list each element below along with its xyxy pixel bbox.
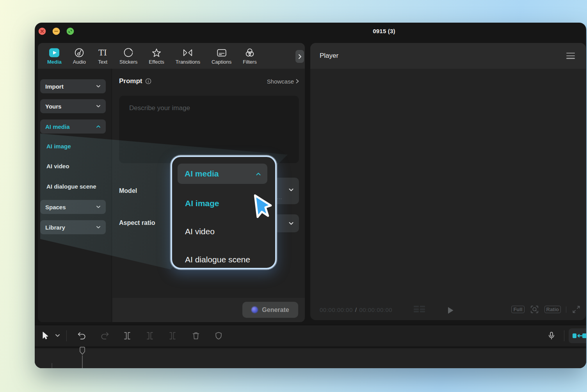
generate-label: Generate [262, 306, 289, 314]
tab-label: Filters [243, 59, 256, 65]
zoom-fit-icon[interactable] [530, 305, 539, 314]
sidebar-item-label: Library [45, 224, 65, 231]
cover-shield-icon[interactable] [213, 331, 224, 341]
player-menu-icon[interactable] [566, 53, 575, 59]
ratio-button[interactable]: Ratio [544, 306, 561, 313]
tab-label: Audio [73, 59, 86, 65]
model-label: Model [119, 187, 137, 194]
effects-star-icon [151, 47, 162, 58]
filters-icon [244, 47, 255, 58]
time-separator: / [353, 306, 359, 313]
tabbar-more-button[interactable] [295, 50, 304, 63]
sidebar-item-library[interactable]: Library [40, 220, 106, 234]
microphone-icon[interactable] [546, 331, 557, 341]
sidebar-item-import[interactable]: Import [40, 79, 106, 93]
generate-bar: Generate [112, 298, 305, 322]
split-delete-left-icon[interactable] [145, 331, 155, 341]
split-icon[interactable] [122, 331, 132, 341]
player-header: Player [310, 43, 586, 69]
preview-grid-icon[interactable] [414, 306, 425, 312]
sidebar-item-yours[interactable]: Yours [40, 99, 106, 113]
ai-gem-icon [251, 306, 258, 313]
divider [564, 330, 564, 341]
sidebar-subitem-ai-image[interactable]: AI image [46, 142, 71, 151]
chevron-right-icon [296, 79, 299, 84]
auto-attach-button[interactable] [569, 328, 586, 343]
tab-label: Captions [212, 59, 231, 65]
sidebar-item-label: Yours [45, 103, 61, 110]
audio-icon [74, 47, 85, 58]
zoom-window-button[interactable] [66, 27, 74, 35]
tab-label: Transitions [176, 59, 200, 65]
tab-stickers[interactable]: Stickers [115, 47, 142, 65]
timeline[interactable] [35, 348, 586, 368]
tab-media[interactable]: Media [43, 47, 66, 65]
chevron-down-icon [96, 85, 101, 88]
popup-option-ai-dialogue-scene[interactable]: AI dialogue scene [185, 252, 250, 267]
player-view-controls: Full Ratio [511, 305, 581, 314]
tab-transitions[interactable]: Transitions [171, 47, 205, 65]
transitions-icon [182, 47, 193, 58]
aspect-ratio-label: Aspect ratio [119, 219, 155, 226]
divider [66, 330, 67, 341]
redo-icon[interactable] [100, 331, 110, 341]
chevron-down-icon [288, 222, 294, 225]
player-panel: Player 00:00:00:00/00:00:00:00 Full Rati… [310, 43, 586, 320]
undo-icon[interactable] [77, 331, 87, 341]
sidebar-subitem-ai-dialogue-scene[interactable]: AI dialogue scene [46, 182, 96, 191]
prompt-input[interactable] [119, 96, 299, 163]
window-title: 0915 (3) [361, 28, 407, 34]
sidebar-item-ai-media[interactable]: AI media [40, 119, 106, 134]
tab-audio[interactable]: Audio [68, 47, 91, 65]
tab-label: Media [47, 59, 62, 65]
info-icon[interactable] [145, 78, 151, 84]
player-title: Player [320, 52, 338, 60]
timeline-tick [52, 363, 52, 368]
tab-filters[interactable]: Filters [238, 47, 261, 65]
playhead-line[interactable] [82, 355, 83, 368]
tab-label: Stickers [119, 59, 137, 65]
minimize-window-button[interactable] [52, 27, 60, 35]
delete-icon[interactable] [191, 331, 201, 341]
full-view-button[interactable]: Full [511, 306, 524, 313]
titlebar: 0915 (3) [35, 23, 586, 43]
ai-media-popup: AI media AI image AI video AI dialogue s… [171, 155, 277, 269]
tab-effects[interactable]: Effects [144, 47, 169, 65]
select-cursor-icon[interactable] [40, 331, 50, 341]
playhead-pin[interactable] [79, 347, 85, 356]
media-video-icon [48, 47, 60, 58]
tab-label: Effects [149, 59, 164, 65]
popup-selected-ai-media[interactable]: AI media [178, 164, 267, 184]
popup-option-ai-image[interactable]: AI image [185, 196, 219, 211]
sidebar-item-label: AI media [45, 123, 70, 130]
sidebar-subitem-ai-video[interactable]: AI video [46, 162, 69, 171]
top-tabbar: Media Audio TI Text Stickers [38, 43, 305, 69]
popup-option-ai-video[interactable]: AI video [185, 224, 215, 239]
chevron-up-icon [256, 172, 261, 176]
chevron-down-icon [96, 105, 101, 108]
generate-button[interactable]: Generate [242, 302, 298, 318]
split-delete-right-icon[interactable] [167, 331, 178, 341]
auto-attach-icon [572, 331, 586, 341]
prompt-label: Prompt [119, 77, 142, 85]
app-window: 0915 (3) Media Audio TI Text [35, 23, 586, 368]
fullscreen-icon[interactable] [571, 305, 581, 314]
model-ellipsis: ... [277, 195, 282, 200]
chevron-down-icon[interactable] [55, 334, 60, 337]
text-icon: TI [97, 47, 108, 58]
timecode: 00:00:00:00/00:00:00:00 [320, 306, 392, 313]
close-window-button[interactable] [38, 27, 46, 35]
sidebar-item-spaces[interactable]: Spaces [40, 200, 106, 214]
chevron-down-icon [288, 188, 294, 192]
edit-toolbar [35, 325, 586, 346]
svg-text:TI: TI [98, 48, 107, 57]
sidebar-item-label: Spaces [45, 204, 66, 210]
time-total: 00:00:00:00 [359, 306, 392, 313]
tab-text[interactable]: TI Text [92, 47, 113, 65]
stickers-icon [123, 47, 134, 58]
play-icon[interactable] [446, 306, 455, 315]
prompt-header: Prompt Showcase [119, 77, 299, 85]
showcase-link[interactable]: Showcase [267, 78, 299, 85]
tab-captions[interactable]: Captions [207, 47, 236, 65]
tab-label: Text [98, 59, 107, 65]
